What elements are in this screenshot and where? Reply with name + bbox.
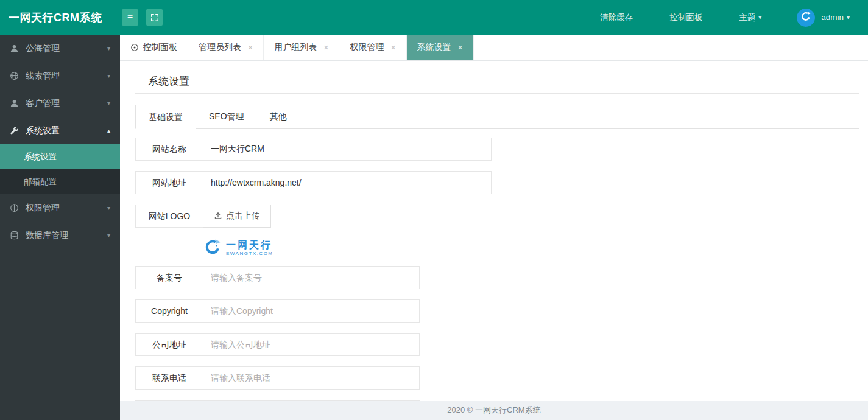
sidebar-item-public-pool[interactable]: 公海管理 ▾ xyxy=(0,35,120,62)
subtab-basic-settings[interactable]: 基础设置 xyxy=(135,105,196,129)
field-label: 网站地址 xyxy=(135,171,203,194)
top-header: 一网天行CRM系统 ≡ 清除缓存 控制面板 主题 ▾ xyxy=(0,0,868,35)
basic-settings-form: 网站名称 网站地址 网站LOGO 点击上传 xyxy=(135,138,859,420)
site-name-input[interactable] xyxy=(203,138,492,161)
chevron-down-icon: ▾ xyxy=(107,45,110,52)
form-row: 网站名称 xyxy=(135,138,859,161)
form-row: 备案号 xyxy=(135,266,859,289)
tab-system-settings[interactable]: 系统设置 × xyxy=(407,35,474,60)
chevron-down-icon: ▾ xyxy=(107,232,110,239)
footer-text: 2020 © 一网天行CRM系统 xyxy=(447,405,540,416)
field-label: 备案号 xyxy=(135,266,203,289)
sidebar: 公海管理 ▾ 线索管理 ▾ 客户管理 ▾ 系统设置 ▴ 系统设置 xyxy=(0,35,120,420)
chevron-up-icon: ▴ xyxy=(107,127,110,134)
sidebar-item-database[interactable]: 数据库管理 ▾ xyxy=(0,222,120,249)
tab-user-group-list[interactable]: 用户组列表 × xyxy=(264,35,339,60)
field-label: 公司地址 xyxy=(135,333,203,356)
close-icon[interactable]: × xyxy=(248,43,253,52)
chevron-down-icon: ▾ xyxy=(107,100,110,107)
sidebar-item-label: 公海管理 xyxy=(26,43,60,54)
form-row: 网站地址 xyxy=(135,171,859,194)
fullscreen-icon xyxy=(150,13,159,22)
globe-grid-icon xyxy=(10,203,19,212)
copyright-input[interactable] xyxy=(203,299,420,323)
field-label: 联系电话 xyxy=(135,366,203,390)
close-icon[interactable]: × xyxy=(390,43,395,52)
chevron-down-icon: ▾ xyxy=(847,14,850,21)
tab-label: 控制面板 xyxy=(143,42,177,53)
sidebar-item-system-settings[interactable]: 系统设置 ▴ xyxy=(0,117,120,144)
user-dropdown[interactable]: admin ▾ xyxy=(821,13,850,22)
chevron-down-icon: ▾ xyxy=(107,72,110,79)
subtab-seo[interactable]: SEO管理 xyxy=(196,105,257,128)
contact-phone-input[interactable] xyxy=(203,366,420,390)
site-url-input[interactable] xyxy=(203,171,492,194)
upload-button-label: 点击上传 xyxy=(226,211,260,222)
sidebar-item-label: 线索管理 xyxy=(26,71,60,82)
icp-number-input[interactable] xyxy=(203,266,420,289)
user-icon xyxy=(10,44,19,53)
globe-icon xyxy=(10,71,19,80)
form-row: 公司地址 xyxy=(135,333,859,356)
theme-label: 主题 xyxy=(739,12,755,23)
form-row: Copyright xyxy=(135,299,859,323)
settings-subtabs: 基础设置 SEO管理 其他 xyxy=(135,105,859,129)
page-footer: 2020 © 一网天行CRM系统 xyxy=(120,401,868,420)
dashboard-icon xyxy=(130,43,139,52)
page-title: 系统设置 xyxy=(148,74,859,88)
tab-bar: 控制面板 管理员列表 × 用户组列表 × 权限管理 × 系统设置 × xyxy=(120,35,868,61)
tab-dashboard[interactable]: 控制面板 xyxy=(120,35,188,60)
logo-name: 一网天行 xyxy=(226,240,273,251)
site-logo-preview: 一网天行 EWANGTX.COM xyxy=(203,238,859,259)
subtab-other[interactable]: 其他 xyxy=(257,105,300,128)
sidebar-item-label: 权限管理 xyxy=(26,203,60,214)
username-label: admin xyxy=(821,13,844,22)
main-area: 控制面板 管理员列表 × 用户组列表 × 权限管理 × 系统设置 × 系统设置 xyxy=(120,35,868,420)
tab-label: 系统设置 xyxy=(417,42,451,53)
hamburger-icon: ≡ xyxy=(127,12,133,23)
clear-cache-link[interactable]: 清除缓存 xyxy=(600,12,633,23)
database-icon xyxy=(10,231,19,240)
logo-text: 一网天行 EWANGTX.COM xyxy=(226,240,273,256)
chevron-down-icon: ▾ xyxy=(758,14,761,21)
form-row: 网站LOGO 点击上传 xyxy=(135,205,859,228)
upload-icon xyxy=(214,211,222,222)
form-row: 联系电话 xyxy=(135,366,859,390)
sidebar-item-leads[interactable]: 线索管理 ▾ xyxy=(0,62,120,89)
sidebar-item-permissions[interactable]: 权限管理 ▾ xyxy=(0,194,120,222)
chevron-down-icon: ▾ xyxy=(107,205,110,211)
sidebar-item-customers[interactable]: 客户管理 ▾ xyxy=(0,89,120,117)
tab-permissions[interactable]: 权限管理 × xyxy=(339,35,406,60)
crm-app: 一网天行CRM系统 ≡ 清除缓存 控制面板 主题 ▾ xyxy=(0,0,868,420)
sidebar-item-label: 系统设置 xyxy=(26,125,60,136)
close-icon[interactable]: × xyxy=(458,43,463,52)
field-label: 网站名称 xyxy=(135,138,203,161)
tab-label: 用户组列表 xyxy=(274,42,317,53)
user-icon xyxy=(10,99,19,108)
sidebar-item-label: 数据库管理 xyxy=(26,230,68,241)
control-panel-label: 控制面板 xyxy=(669,12,702,23)
tab-label: 权限管理 xyxy=(350,42,384,53)
upload-button[interactable]: 点击上传 xyxy=(203,205,271,228)
sidebar-subitem-label: 系统设置 xyxy=(24,152,57,163)
logo-domain: EWANGTX.COM xyxy=(226,251,273,257)
header-actions: 清除缓存 控制面板 主题 ▾ admin ▾ xyxy=(563,9,850,27)
wrench-icon xyxy=(10,126,19,135)
theme-dropdown[interactable]: 主题 ▾ xyxy=(739,12,761,23)
avatar[interactable] xyxy=(797,9,815,27)
company-address-input[interactable] xyxy=(203,333,420,356)
sidebar-subitem-system-settings[interactable]: 系统设置 xyxy=(0,144,120,169)
field-label: Copyright xyxy=(135,299,203,323)
clear-cache-label: 清除缓存 xyxy=(600,12,633,23)
tab-admin-list[interactable]: 管理员列表 × xyxy=(188,35,264,60)
title-divider xyxy=(135,93,859,94)
fullscreen-button[interactable] xyxy=(146,9,163,26)
page-content: 系统设置 基础设置 SEO管理 其他 网站名称 网站地址 网站LOGO xyxy=(120,61,868,420)
close-icon[interactable]: × xyxy=(323,43,328,52)
sidebar-subitem-label: 邮箱配置 xyxy=(24,177,57,187)
control-panel-link[interactable]: 控制面板 xyxy=(669,12,702,23)
sidebar-subitem-mail-config[interactable]: 邮箱配置 xyxy=(0,169,120,194)
field-label: 网站LOGO xyxy=(135,205,203,228)
logo-bird-icon xyxy=(203,238,222,259)
sidebar-toggle-button[interactable]: ≡ xyxy=(122,9,138,26)
